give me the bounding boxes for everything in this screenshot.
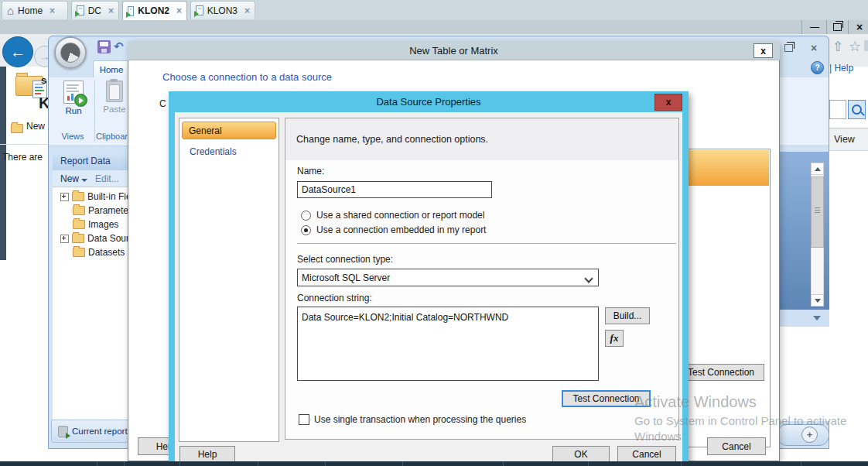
radio-embedded-label[interactable]: Use a connection embedded in my report [316, 224, 486, 235]
dsp-title-bar: Data Source Properties [169, 91, 689, 112]
build-button[interactable]: Build... [605, 307, 650, 324]
dsp-help-button[interactable]: Help [179, 446, 235, 463]
test-connection-button[interactable]: Test Connection [562, 390, 651, 407]
connection-type-value: Microsoft SQL Server [302, 272, 390, 283]
dsp-title: Data Source Properties [376, 96, 480, 108]
remote-desktop-screen: ⌂ Home × DC × KLON2 × KLON3 × — × ← → [0, 0, 868, 466]
close-icon: x [666, 97, 672, 108]
dsp-close-button[interactable]: x [654, 94, 682, 111]
dsp-description: Change name, type, and connection option… [285, 118, 678, 160]
nav-label: Credentials [190, 146, 237, 157]
taskbar-edge [0, 461, 868, 466]
radio-embedded-connection[interactable] [301, 225, 311, 235]
chevron-down-icon [584, 274, 593, 283]
data-source-properties-dialog: Data Source Properties x General Credent… [0, 0, 868, 466]
button-label: OK [574, 449, 587, 460]
connection-string-label: Connection string: [297, 293, 372, 303]
connection-string-textarea[interactable]: Data Source=KLON2;Initial Catalog=NORTHW… [297, 307, 599, 381]
button-label: Help [198, 449, 217, 460]
dsp-nav-panel [179, 118, 279, 442]
button-label: Build... [613, 310, 642, 321]
nav-item-credentials[interactable]: Credentials [190, 146, 237, 157]
nav-label: General [189, 125, 222, 136]
name-label: Name: [297, 166, 324, 176]
name-input[interactable]: DataSource1 [297, 181, 492, 198]
radio-shared-label[interactable]: Use a shared connection or report model [316, 210, 484, 221]
button-label: Test Connection [572, 393, 639, 404]
single-transaction-label[interactable]: Use single transaction when processing t… [314, 414, 526, 425]
nav-item-general[interactable]: General [182, 122, 276, 139]
expression-fx-button[interactable]: fx [605, 330, 624, 347]
name-value: DataSource1 [302, 184, 356, 195]
description-text: Change name, type, and connection option… [296, 134, 488, 145]
single-transaction-checkbox[interactable] [299, 414, 309, 425]
fx-icon: fx [610, 332, 619, 344]
connection-type-select[interactable]: Microsoft SQL Server [297, 269, 599, 286]
dsp-cancel-button[interactable]: Cancel [617, 446, 676, 463]
connection-type-label: Select connection type: [297, 254, 393, 265]
connection-string-value: Data Source=KLON2;Initial Catalog=NORTHW… [302, 312, 508, 323]
button-label: Cancel [632, 449, 661, 460]
divider [297, 243, 676, 244]
dsp-ok-button[interactable]: OK [552, 446, 610, 463]
radio-shared-connection[interactable] [301, 211, 311, 221]
